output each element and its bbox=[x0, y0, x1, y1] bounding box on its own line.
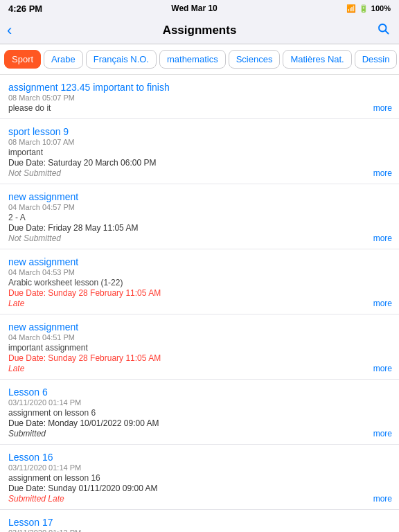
assignment-body: please do it bbox=[8, 103, 369, 113]
assignment-meta: 08 March 10:07 AM bbox=[8, 138, 391, 146]
status-bar: 4:26 PM Wed Mar 10 📶 🔋 100% bbox=[0, 0, 399, 17]
assignment-status: Submitted Late bbox=[8, 494, 391, 504]
assignment-item: sport lesson 908 March 10:07 AMimportant… bbox=[0, 119, 399, 184]
more-link[interactable]: more bbox=[373, 364, 392, 373]
assignment-title[interactable]: new assignment bbox=[8, 321, 391, 332]
status-icons: 📶 🔋 100% bbox=[346, 4, 391, 13]
assignment-item: Lesson 1703/11/2020 01:12 PMOn the Inser… bbox=[0, 510, 399, 532]
assignment-meta: 08 March 05:07 PM bbox=[8, 94, 391, 102]
search-button[interactable] bbox=[377, 22, 389, 38]
tab-arabe[interactable]: Arabe bbox=[44, 50, 83, 69]
more-link[interactable]: more bbox=[373, 168, 392, 178]
assignment-item: Lesson 1603/11/2020 01:14 PMassignment o… bbox=[0, 445, 399, 510]
status-date: Wed Mar 10 bbox=[171, 3, 217, 13]
tab-français-n.o.[interactable]: Français N.O. bbox=[86, 50, 157, 69]
assignment-meta: 04 March 04:51 PM bbox=[8, 333, 391, 342]
assignment-title[interactable]: Lesson 16 bbox=[8, 452, 391, 463]
battery-icon: 🔋 bbox=[359, 4, 369, 13]
assignment-status: Submitted bbox=[8, 429, 391, 438]
tab-sciences[interactable]: Sciences bbox=[229, 50, 281, 69]
assignment-meta: 03/11/2020 01:12 PM bbox=[8, 529, 391, 532]
nav-bar: ‹ Assignments bbox=[0, 17, 399, 44]
assignment-due: Due Date: Sunday 01/11/2020 09:00 AM bbox=[8, 484, 391, 493]
more-link[interactable]: more bbox=[373, 103, 392, 113]
assignment-item: new assignment04 March 04:57 PM2 - ADue … bbox=[0, 184, 399, 249]
more-link[interactable]: more bbox=[373, 494, 392, 504]
wifi-icon: 📶 bbox=[346, 4, 356, 13]
assignment-meta: 04 March 04:57 PM bbox=[8, 203, 391, 211]
tab-sport[interactable]: Sport bbox=[4, 50, 41, 69]
back-button[interactable]: ‹ bbox=[7, 21, 12, 39]
tab-bar: SportArabeFrançais N.O.mathematicsScienc… bbox=[0, 44, 399, 75]
assignment-body: assignment on lesson 6 bbox=[8, 408, 369, 418]
assignment-body: Arabic worksheet lesson (1-22) bbox=[8, 278, 369, 287]
assignment-title[interactable]: Lesson 17 bbox=[8, 517, 391, 528]
assignment-due: Due Date: Saturday 20 March 06:00 PM bbox=[8, 158, 391, 168]
assignment-status: Not Submitted bbox=[8, 233, 391, 243]
tab-mathematics[interactable]: mathematics bbox=[159, 50, 226, 69]
assignment-title[interactable]: new assignment bbox=[8, 256, 391, 267]
assignment-meta: 03/11/2020 01:14 PM bbox=[8, 398, 391, 407]
tab-matières-nat.[interactable]: Matières Nat. bbox=[283, 50, 351, 69]
assignment-due: Due Date: Monday 10/01/2022 09:00 AM bbox=[8, 418, 391, 428]
assignment-due: Due Date: Friday 28 May 11:05 AM bbox=[8, 223, 391, 233]
assignment-status: Late bbox=[8, 299, 391, 308]
assignment-title[interactable]: assignment 123.45 important to finish bbox=[8, 82, 391, 93]
status-time: 4:26 PM bbox=[8, 3, 42, 14]
assignment-meta: 03/11/2020 01:14 PM bbox=[8, 463, 391, 472]
tab-dessin[interactable]: Dessin bbox=[355, 50, 398, 69]
assignment-status: Late bbox=[8, 364, 391, 373]
assignment-body: assignment on lesson 16 bbox=[8, 473, 369, 483]
assignment-item: assignment 123.45 important to finish08 … bbox=[0, 75, 399, 119]
more-link[interactable]: more bbox=[373, 429, 392, 438]
assignment-list: assignment 123.45 important to finish08 … bbox=[0, 75, 399, 532]
assignment-due: Due Date: Sunday 28 February 11:05 AM bbox=[8, 353, 391, 363]
assignment-item: new assignment04 March 04:53 PMArabic wo… bbox=[0, 249, 399, 314]
assignment-body: important bbox=[8, 148, 369, 157]
assignment-meta: 04 March 04:53 PM bbox=[8, 268, 391, 276]
assignment-title[interactable]: sport lesson 9 bbox=[8, 126, 391, 137]
more-link[interactable]: more bbox=[373, 299, 392, 308]
assignment-due: Due Date: Sunday 28 February 11:05 AM bbox=[8, 288, 391, 298]
assignment-status: Not Submitted bbox=[8, 168, 391, 178]
assignment-body: important assignment bbox=[8, 343, 369, 353]
svg-line-1 bbox=[385, 30, 388, 33]
assignment-title[interactable]: new assignment bbox=[8, 191, 391, 202]
assignment-item: new assignment04 March 04:51 PMimportant… bbox=[0, 314, 399, 380]
assignment-title[interactable]: Lesson 6 bbox=[8, 387, 391, 398]
more-link[interactable]: more bbox=[373, 233, 392, 243]
page-title: Assignments bbox=[163, 24, 237, 37]
battery-percent: 100% bbox=[371, 4, 391, 12]
assignment-body: 2 - A bbox=[8, 213, 369, 222]
assignment-item: Lesson 603/11/2020 01:14 PMassignment on… bbox=[0, 380, 399, 445]
